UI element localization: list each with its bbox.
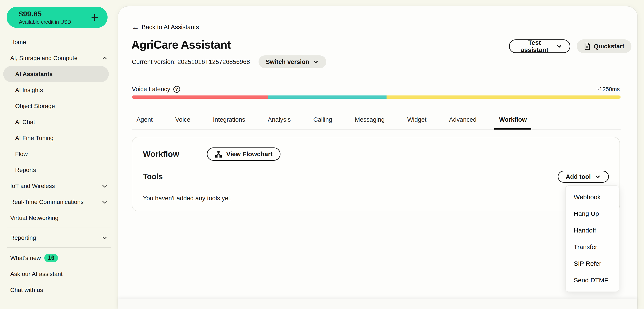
whats-new-badge: 10 — [44, 254, 58, 262]
sidebar-divider — [6, 228, 111, 228]
flowchart-icon — [215, 150, 222, 158]
chevron-down-icon — [594, 173, 601, 180]
tools-heading: Tools — [143, 172, 163, 181]
view-flowchart-button[interactable]: View Flowchart — [207, 147, 280, 161]
sidebar-nav: Home AI, Storage and Compute AI Assistan… — [0, 34, 118, 298]
sidebar-item-home[interactable]: Home — [0, 34, 118, 50]
panel-footer — [118, 299, 638, 309]
sidebar-item-ai-chat[interactable]: AI Chat — [0, 114, 118, 130]
tab-integrations[interactable]: Integrations — [208, 110, 250, 129]
sidebar-item-ai-insights[interactable]: AI Insights — [0, 82, 118, 98]
latency-segment-yellow — [386, 96, 620, 99]
workflow-card: Workflow View Flowchart Tools Add tool — [132, 137, 620, 211]
credit-amount: $99.85 — [19, 10, 91, 18]
tab-widget[interactable]: Widget — [402, 110, 431, 129]
tab-calling[interactable]: Calling — [308, 110, 337, 129]
sidebar-item-ai-fine-tuning[interactable]: AI Fine Tuning — [0, 130, 118, 146]
chevron-down-icon — [101, 235, 108, 241]
voice-latency-label: Voice Latency ? — [132, 86, 180, 93]
sidebar: $99.85 Available credit in USD + Home AI… — [0, 0, 118, 309]
add-credit-button[interactable]: + — [91, 11, 98, 24]
chevron-down-icon — [101, 199, 108, 205]
sidebar-item-flow[interactable]: Flow — [0, 146, 118, 162]
latency-segment-red — [132, 96, 268, 99]
tab-messaging[interactable]: Messaging — [350, 110, 389, 129]
sidebar-item-virtual-networking[interactable]: Virtual Networking — [0, 210, 118, 226]
sidebar-item-chat-with-us[interactable]: Chat with us — [0, 282, 118, 298]
sidebar-item-ask-ai-assistant[interactable]: Ask our AI assistant — [0, 266, 118, 282]
back-to-ai-assistants-link[interactable]: ← Back to AI Assistants — [132, 24, 199, 31]
latency-value: ~1250ms — [596, 86, 620, 93]
tab-analysis[interactable]: Analysis — [263, 110, 296, 129]
back-arrow-icon: ← — [132, 24, 139, 31]
current-version-text: Current version: 20251016T125726856968 — [132, 58, 250, 65]
menu-item-hang-up[interactable]: Hang Up — [566, 205, 619, 222]
document-icon — [584, 43, 590, 50]
chevron-down-icon — [101, 183, 108, 189]
page-title: AgriCare Assistant — [132, 38, 231, 51]
sidebar-item-rtc[interactable]: Real-Time Communications — [0, 194, 118, 210]
chevron-up-icon — [101, 55, 108, 61]
menu-item-send-dtmf[interactable]: Send DTMF — [566, 272, 619, 288]
menu-item-handoff[interactable]: Handoff — [566, 222, 619, 239]
tools-empty-text: You haven't added any tools yet. — [143, 195, 609, 202]
menu-item-webhook[interactable]: Webhook — [566, 189, 619, 205]
sidebar-divider — [6, 247, 111, 248]
tab-voice[interactable]: Voice — [170, 110, 195, 129]
menu-item-sip-refer[interactable]: SIP Refer — [566, 255, 619, 272]
tab-workflow[interactable]: Workflow — [494, 110, 531, 129]
credit-label: Available credit in USD — [19, 19, 91, 25]
sidebar-item-reporting[interactable]: Reporting — [0, 230, 118, 246]
sidebar-item-ai-storage-compute[interactable]: AI, Storage and Compute — [0, 50, 118, 66]
sidebar-item-whats-new[interactable]: What's new 10 — [0, 250, 118, 266]
menu-item-transfer[interactable]: Transfer — [566, 239, 619, 255]
sidebar-item-ai-assistants[interactable]: AI Assistants — [3, 66, 109, 82]
add-tool-menu: Webhook Hang Up Handoff Transfer SIP Ref… — [565, 185, 619, 292]
main-panel: ← Back to AI Assistants AgriCare Assista… — [118, 6, 638, 309]
chevron-down-icon — [313, 59, 319, 65]
test-assistant-button[interactable]: Test assistant — [509, 40, 570, 53]
credit-box: $99.85 Available credit in USD + — [6, 7, 108, 28]
chevron-down-icon — [556, 43, 562, 50]
voice-latency-bar — [132, 96, 620, 99]
tab-advanced[interactable]: Advanced — [444, 110, 481, 129]
switch-version-button[interactable]: Switch version — [258, 55, 326, 68]
sidebar-item-reports[interactable]: Reports — [0, 162, 118, 178]
workflow-heading: Workflow — [143, 150, 179, 159]
add-tool-button[interactable]: Add tool — [558, 171, 609, 183]
version-row: Current version: 20251016T125726856968 S… — [132, 55, 326, 68]
tab-bar: Agent Voice Integrations Analysis Callin… — [132, 110, 620, 130]
quickstart-button[interactable]: Quickstart — [577, 40, 632, 53]
sidebar-item-object-storage[interactable]: Object Storage — [0, 98, 118, 114]
help-icon[interactable]: ? — [173, 86, 180, 93]
tab-agent[interactable]: Agent — [132, 110, 158, 129]
sidebar-item-iot-wireless[interactable]: IoT and Wireless — [0, 178, 118, 194]
latency-segment-teal — [268, 96, 386, 99]
